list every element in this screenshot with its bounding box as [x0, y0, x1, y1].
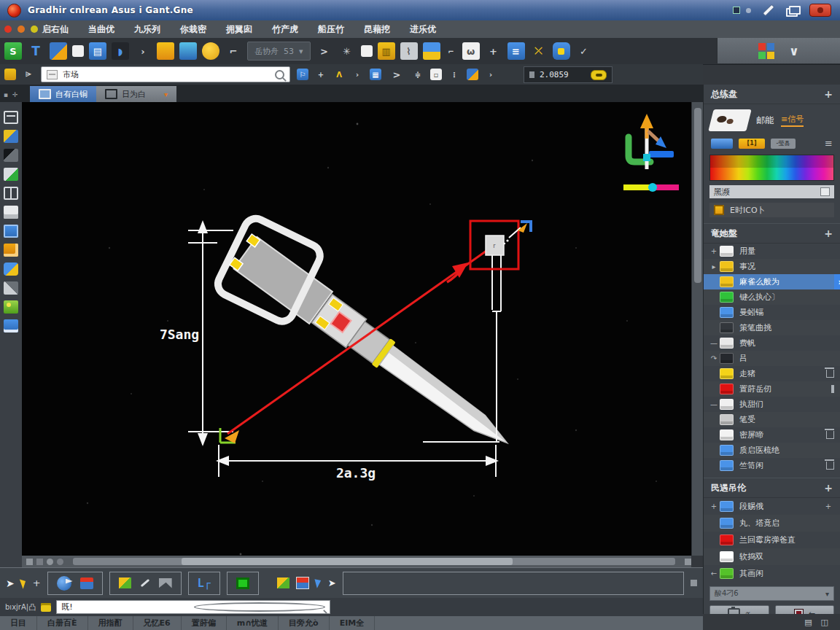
tools-icon[interactable]: ⌇ — [400, 42, 418, 60]
hscroll-icon-a[interactable] — [26, 559, 33, 565]
delete-layer-icon[interactable] — [826, 462, 834, 470]
check-icon[interactable]: ✓ — [575, 42, 593, 60]
menu-item-0[interactable]: 启右仙 — [42, 23, 69, 36]
lock-icon[interactable] — [157, 42, 174, 60]
import-icon[interactable] — [50, 42, 67, 60]
columns-icon[interactable]: ▥ — [378, 42, 395, 60]
collapse-chevron-icon[interactable]: ∨ — [789, 44, 799, 58]
asset-plus-icon[interactable]: + — [822, 502, 834, 510]
hscroll-icon-c[interactable] — [47, 559, 53, 565]
measure-tool-icon[interactable] — [4, 168, 18, 181]
add-tool-icon[interactable]: + — [33, 578, 41, 588]
asset-row[interactable]: ← 其画闲 — [704, 565, 840, 582]
line-tool-icon[interactable] — [140, 579, 149, 587]
add-icon[interactable]: + — [485, 42, 502, 60]
menu-item-3[interactable]: 你栽密 — [180, 23, 206, 36]
command-mode-icon[interactable] — [41, 603, 51, 612]
palette-menu-icon[interactable]: ≡ — [825, 138, 833, 149]
lambda-icon[interactable]: Λ — [333, 69, 345, 80]
small-chevron-icon[interactable]: › — [351, 69, 363, 80]
briefcase-link-button[interactable]: ∝ — [709, 605, 769, 614]
color-swatch-field[interactable]: 黑濒 — [709, 185, 834, 198]
tab-model-active[interactable]: 自有白铜 — [30, 86, 96, 102]
flag-icon[interactable]: ⌐ — [225, 42, 242, 60]
color-grid-icon[interactable] — [758, 43, 774, 59]
layer-expand-arrow[interactable]: › — [834, 274, 840, 289]
menu-item-4[interactable]: 拥翼囱 — [226, 23, 252, 36]
corner-panel-b-icon[interactable]: ◫ — [821, 618, 828, 627]
hscroll-track[interactable] — [73, 558, 675, 565]
close-button[interactable] — [809, 4, 831, 17]
assets-dropdown[interactable]: 酸4刁6 ▾ — [709, 586, 834, 601]
search-field[interactable]: 市场 — [41, 66, 290, 82]
clock-icon[interactable] — [202, 42, 219, 60]
status-item-5[interactable]: m∩忧道 — [227, 616, 279, 630]
asset-row[interactable]: + 段赐俄 + — [704, 498, 840, 515]
layer-row[interactable]: 走猪 — [704, 366, 840, 381]
layer-row[interactable]: 策笔曲挑 — [704, 320, 840, 335]
layout-window-icon[interactable]: ▤ — [89, 42, 106, 60]
package-icon[interactable] — [179, 42, 197, 60]
search-icon[interactable] — [275, 70, 284, 79]
export-button[interactable]: ← — [775, 605, 835, 614]
status-item-2[interactable]: 用指酊 — [88, 616, 133, 630]
ruler-tool-icon[interactable] — [4, 281, 18, 295]
image-tool-icon[interactable] — [4, 300, 18, 314]
asset-row[interactable]: 兰回霉房弹爸直 — [704, 532, 840, 548]
frame-icon[interactable]: ▫ — [430, 69, 442, 80]
document-icon[interactable] — [4, 206, 18, 219]
drawing-canvas[interactable]: 7Sang 2a.3g — [22, 102, 691, 556]
tool-preset-icon[interactable] — [467, 69, 478, 80]
tab-dropdown-chevron-icon[interactable]: ▾ — [164, 90, 168, 98]
layer-row[interactable]: 竺笥闲 — [704, 458, 840, 473]
yellow-cursor-icon[interactable] — [20, 578, 28, 589]
hscroll-icon-b[interactable] — [36, 559, 43, 565]
menu-item-8[interactable]: 进乐优 — [410, 23, 436, 36]
battery-pill-icon[interactable] — [591, 70, 607, 80]
calculator-icon[interactable]: ▦ — [370, 69, 381, 80]
gray-mode-button[interactable]: -莹县 — [771, 139, 796, 149]
new-file-icon[interactable]: S — [4, 42, 22, 60]
pencil-cross-icon[interactable]: ⤫ — [530, 42, 548, 60]
minimize-toggle-icon[interactable] — [733, 7, 740, 14]
style-dropdown[interactable]: 岳协舟 53 ▾ — [247, 42, 311, 61]
list-icon[interactable]: ≡ — [508, 42, 525, 60]
tab-tool-a-icon[interactable]: ▪ — [4, 91, 8, 98]
tab-tool-b-icon[interactable]: ✛ — [12, 91, 18, 98]
settings-icon[interactable]: ✳ — [338, 42, 356, 60]
target-tool-icon[interactable] — [4, 69, 16, 80]
hscroll-thumb[interactable] — [182, 558, 513, 565]
menu-item-7[interactable]: 昆藉挖 — [364, 23, 390, 36]
split-view-icon[interactable] — [4, 187, 18, 200]
command-input[interactable]: 既! — [56, 600, 330, 614]
text-tool-icon[interactable]: T — [27, 42, 44, 60]
expand-icon[interactable]: > — [388, 66, 405, 83]
toggle-dot-icon[interactable] — [746, 8, 751, 13]
layer-row[interactable]: 键么执心〕 — [704, 289, 840, 305]
canvas-horizontal-scrollbar[interactable] — [22, 556, 691, 567]
layer-row[interactable]: 置莳岳仞 — [704, 381, 840, 397]
layer-bar-icon[interactable] — [831, 385, 834, 393]
windows-stack-icon[interactable] — [786, 6, 798, 15]
delete-layer-icon[interactable] — [826, 370, 834, 378]
status-item-1[interactable]: 白册百È — [37, 616, 88, 630]
hscroll-icon-d[interactable] — [57, 559, 63, 565]
chevron-icon[interactable]: › — [134, 42, 152, 60]
layer-row[interactable]: — 执甜们 — [704, 397, 840, 412]
blue-mode-button[interactable] — [711, 139, 733, 149]
menu-item-2[interactable]: 九乐列 — [134, 23, 160, 36]
tab-layout-inactive[interactable]: 日为白 ▾ — [96, 86, 176, 102]
blue-cursor-icon[interactable] — [314, 578, 322, 588]
brush-row[interactable]: 邮能 ≡信号 — [704, 104, 840, 136]
doc-swatch-icon[interactable] — [296, 577, 309, 589]
delete-layer-icon[interactable] — [826, 431, 834, 439]
status-item-0[interactable]: 日目 — [0, 616, 37, 630]
hscroll-right-icon[interactable] — [685, 559, 691, 565]
menu-item-6[interactable]: 船压竹 — [318, 23, 344, 36]
layer-row[interactable]: ▸ 事况 — [704, 259, 840, 274]
align-icon[interactable]: ≑ — [412, 69, 424, 80]
effect-row[interactable]: E时ICO卜 — [709, 203, 834, 217]
anchor-tool-icon[interactable] — [80, 578, 93, 589]
polyline-icon[interactable]: L┌ — [198, 577, 211, 590]
marker-flag-icon[interactable]: ⌐ — [446, 45, 457, 57]
